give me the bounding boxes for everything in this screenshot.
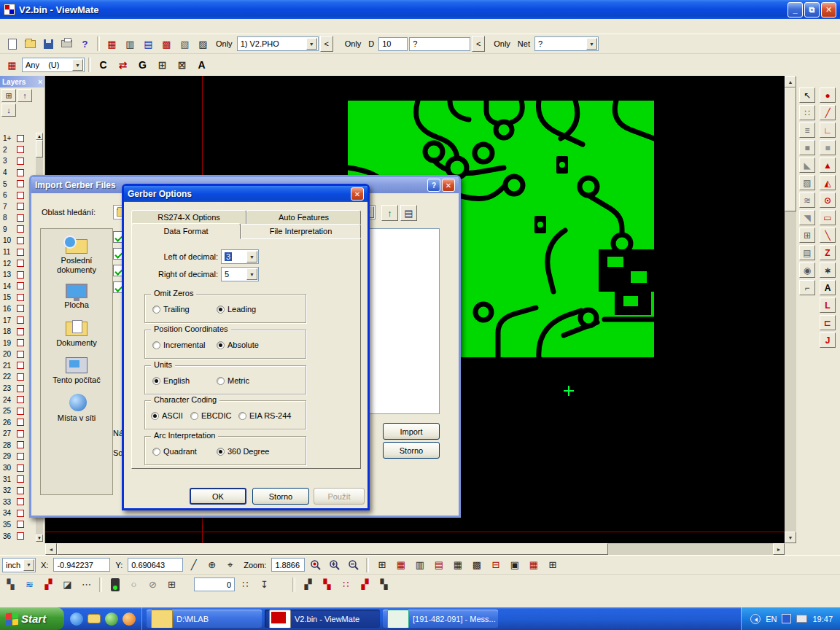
report-icon[interactable]: ▨	[195, 36, 211, 52]
save-file-icon[interactable]	[40, 36, 57, 52]
place-documents[interactable]: Dokumenty	[42, 319, 111, 348]
layers-panel-titlebar[interactable]: Layers ×	[0, 76, 44, 88]
window-titlebar[interactable]: V2.bin - ViewMate _ ⧉ ✕	[0, 0, 840, 19]
dcode-grid-icon[interactable]: ▦	[104, 36, 120, 52]
task-mlab[interactable]: D:\MLAB	[147, 610, 262, 628]
layer-color-swatch[interactable]	[17, 146, 24, 153]
scroll-thumb[interactable]	[36, 140, 43, 158]
layer-color-swatch[interactable]	[17, 316, 24, 324]
text-a-icon[interactable]: A	[193, 57, 210, 73]
dot-grid-icon[interactable]: ∷	[237, 577, 254, 593]
task-viewmate[interactable]: V2.bin - ViewMate	[265, 610, 380, 628]
hook-tool-icon[interactable]: J	[820, 332, 836, 348]
dropdown-arrow-icon[interactable]: ▼	[586, 38, 597, 50]
layer-row[interactable]: 36	[1, 530, 35, 542]
menu-help[interactable]	[96, 25, 108, 28]
dialog-help-button[interactable]: ?	[427, 179, 440, 192]
prev-layer-button[interactable]: <	[320, 36, 333, 52]
layer-color-swatch[interactable]	[17, 249, 24, 256]
gerber-cancel-button[interactable]: Storno	[252, 488, 309, 505]
mirror-tool-icon[interactable]: ◭	[820, 175, 836, 190]
scroll-down-icon[interactable]: ▼	[785, 532, 796, 543]
radio-eia-rs244[interactable]: EIA RS-244	[238, 411, 291, 420]
anchor-point-icon[interactable]: ⌖	[222, 557, 238, 573]
arrow-tool-icon[interactable]: ▲	[820, 158, 836, 173]
place-recent-documents[interactable]: Poslední dokumenty	[42, 236, 111, 274]
menu-go[interactable]	[38, 25, 50, 28]
film-box-icon[interactable]: ▧	[176, 36, 193, 52]
menu-file[interactable]	[3, 25, 15, 28]
print-icon[interactable]	[58, 36, 75, 52]
zoom-point-icon[interactable]	[307, 557, 324, 573]
radio-360-degree[interactable]: 360 Degree	[217, 447, 270, 456]
scroll-down-icon[interactable]: ▼	[36, 534, 43, 542]
internet-explorer-icon[interactable]	[70, 612, 83, 626]
layer-list-icon[interactable]: ▤	[140, 36, 157, 52]
grid-spacing-field[interactable]: 0	[194, 578, 235, 591]
layer-color-swatch[interactable]	[17, 225, 24, 233]
origin-target-icon[interactable]: ⊕	[203, 557, 220, 573]
layer-color-swatch[interactable]	[17, 464, 24, 472]
bracket-tool-icon[interactable]: ⊏	[820, 315, 836, 330]
layer-color-swatch[interactable]	[17, 260, 24, 267]
snap-points-tool-icon[interactable]: ∷	[799, 105, 815, 120]
dropdown-arrow-icon[interactable]: ▼	[72, 59, 83, 71]
dots-icon[interactable]: ⋯	[78, 577, 95, 593]
tray-collapse-icon[interactable]	[750, 614, 761, 624]
polyline-tool-icon[interactable]: ∟	[820, 122, 836, 138]
open-file-icon[interactable]	[22, 36, 39, 52]
layer-color-swatch[interactable]	[17, 351, 24, 358]
diag-tool-icon[interactable]: ╲	[820, 228, 836, 243]
dcode-value-field[interactable]: 10	[378, 37, 408, 51]
gerber-dialog-titlebar[interactable]: Gerber Options ✕	[124, 186, 368, 202]
full-matrix-icon[interactable]: ⊞	[544, 557, 561, 573]
film-table-icon[interactable]: ▦	[392, 557, 409, 573]
radio-metric[interactable]: Metric	[217, 376, 249, 385]
unit-combo[interactable]: inch ▼	[2, 558, 36, 572]
layer-color-swatch[interactable]	[17, 135, 24, 142]
layer-color-swatch[interactable]	[17, 532, 24, 540]
highlight-table-icon[interactable]: ▩	[158, 36, 175, 52]
checker-pattern-icon[interactable]: ▞	[40, 577, 57, 593]
right-decimal-combo[interactable]: 5 ▼	[221, 267, 259, 281]
layer-color-swatch[interactable]	[17, 169, 24, 176]
layer-color-swatch[interactable]	[17, 180, 24, 187]
layer-color-swatch[interactable]	[17, 475, 24, 483]
pointer-tool-icon[interactable]: ↖	[799, 88, 815, 103]
layer-color-swatch[interactable]	[17, 214, 24, 222]
half-fill-icon[interactable]: ◪	[59, 577, 76, 593]
layer-row[interactable]: 1+	[1, 133, 35, 144]
lamp-slash-icon[interactable]: ⊘	[144, 577, 161, 593]
layer-color-swatch[interactable]	[17, 271, 24, 279]
menu-edit[interactable]	[61, 25, 73, 28]
place-my-computer[interactable]: Tento počítač	[42, 357, 111, 385]
dropdown-arrow-icon[interactable]: ▼	[23, 559, 34, 571]
layer-color-swatch[interactable]	[17, 339, 24, 346]
pad-pair-icon[interactable]: ⊞	[154, 57, 171, 73]
clock[interactable]: 19:47	[812, 615, 833, 623]
x-coordinate-field[interactable]: -0.942237	[53, 558, 110, 572]
radio-ascii[interactable]: ASCII	[151, 411, 183, 420]
corner-tool-icon[interactable]: ◥	[799, 210, 815, 225]
tab-auto-features[interactable]: Auto Features	[246, 210, 361, 225]
line-tool-icon[interactable]: ╱	[820, 105, 836, 120]
wave-pattern-icon[interactable]: ≋	[21, 577, 38, 593]
ok-button[interactable]: OK	[190, 488, 246, 505]
layer-color-swatch[interactable]	[17, 305, 24, 312]
layer-color-swatch[interactable]	[17, 419, 24, 426]
layer-color-swatch[interactable]	[17, 362, 24, 369]
layers-setup-button[interactable]: ⊞	[1, 89, 16, 102]
radio-absolute[interactable]: Absolute	[217, 341, 259, 349]
tile-icon-2[interactable]: ▚	[319, 577, 335, 593]
layer-move-down-button[interactable]: ↓	[1, 104, 16, 117]
layer-color-swatch[interactable]	[17, 396, 24, 403]
zigzag-tool-icon[interactable]: Z	[820, 245, 836, 260]
scroll-up-icon[interactable]: ▲	[36, 133, 43, 140]
view-menu-icon[interactable]: ▤	[400, 205, 417, 221]
g-command-icon[interactable]: G	[134, 57, 151, 73]
prev-dcode-button[interactable]: <	[472, 36, 485, 52]
selection-mode-icon[interactable]: ▦	[4, 57, 20, 73]
task-messenger[interactable]: [191-482-091] - Mess...	[383, 610, 498, 628]
tile-red-icon-2[interactable]: ▞	[357, 577, 373, 593]
up-one-level-icon[interactable]: ↑	[381, 205, 398, 221]
